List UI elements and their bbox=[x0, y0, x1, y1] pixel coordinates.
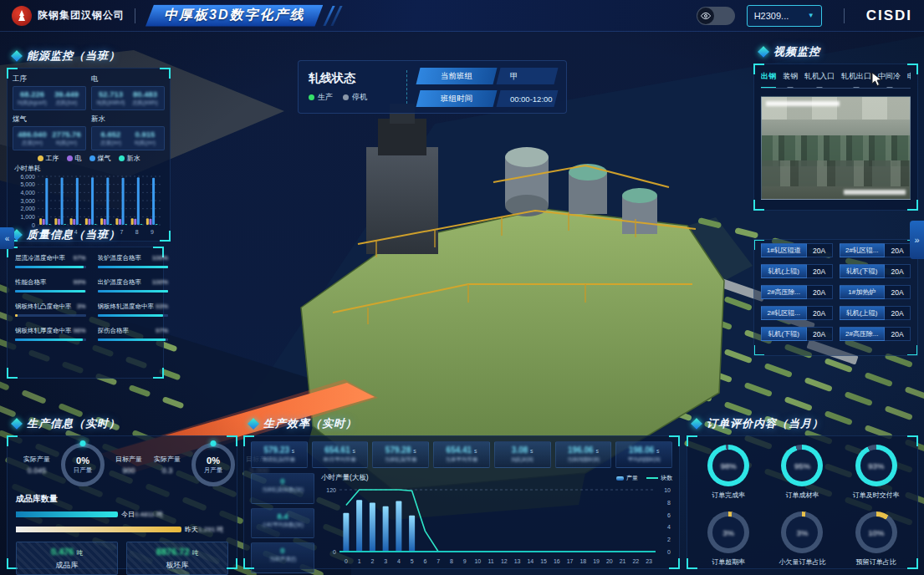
cisdi-logo: CISDI bbox=[866, 8, 912, 24]
warehouse-box[interactable]: 0.476 吨成品库 bbox=[16, 542, 118, 575]
svg-text:6: 6 bbox=[423, 558, 426, 564]
efficiency-stat: 579.28 s当班轧制节奏 bbox=[372, 441, 429, 468]
equipment-name-button[interactable]: 2#轧区辊... bbox=[840, 243, 886, 257]
company-logo-icon bbox=[12, 6, 32, 26]
collapse-tab-left[interactable]: « bbox=[0, 227, 14, 249]
camera-osd-label bbox=[844, 190, 906, 195]
svg-text:4,000: 4,000 bbox=[20, 190, 35, 196]
equipment-name-button[interactable]: 轧机(上辊) bbox=[840, 306, 886, 320]
svg-text:8: 8 bbox=[667, 500, 671, 506]
svg-text:9: 9 bbox=[463, 558, 467, 564]
svg-text:1: 1 bbox=[358, 558, 361, 564]
equipment-item: 轧机(下辊)20A bbox=[840, 264, 911, 278]
gauge-dot bbox=[80, 440, 86, 446]
svg-text:3: 3 bbox=[384, 558, 387, 564]
energy-group-name: 电 bbox=[91, 74, 165, 84]
quality-metric: 探伤合格率97% bbox=[98, 327, 169, 341]
gauge-left-value: 0.3 bbox=[148, 466, 186, 475]
equipment-name-button[interactable]: 2#轧区辊... bbox=[761, 306, 807, 320]
equipment-name-button[interactable]: 轧机(上辊) bbox=[761, 264, 807, 278]
energy-cell: 39.449总耗(tce) bbox=[49, 89, 84, 107]
camera-tab-2[interactable]: 装钢 bbox=[783, 71, 798, 84]
legend-label: 煤气 bbox=[98, 154, 111, 163]
equipment-name-button[interactable]: 1#轧区辊道 bbox=[761, 243, 807, 257]
quality-panel-title: 质量信息（当班） bbox=[27, 227, 120, 242]
camera-tab-6[interactable]: 电动辊 bbox=[907, 71, 911, 84]
energy-legend-item: 煤气 bbox=[89, 154, 111, 163]
page-title-plate: 中厚板3D数字化产线 bbox=[145, 5, 323, 27]
quality-progress-track bbox=[15, 338, 86, 341]
donut-value: 3% bbox=[707, 511, 749, 553]
camera-tab-4[interactable]: 轧机出口 bbox=[841, 71, 871, 84]
quality-metric-label: 钢板终轧凸度命中率 bbox=[15, 303, 72, 311]
donut-label: 订单完成率 bbox=[712, 491, 745, 500]
svg-text:5: 5 bbox=[411, 558, 414, 564]
equipment-current-value: 20A bbox=[807, 306, 833, 320]
equipment-item: 2#高压除...20A bbox=[761, 285, 833, 299]
donut-value: 93% bbox=[855, 445, 897, 486]
quality-progress-fill bbox=[15, 338, 83, 341]
header-divider bbox=[844, 8, 845, 23]
efficiency-panel: 生产效率（实时） 579.23 s昨日轧制节奏654.61 s昨日平均节奏579… bbox=[243, 435, 680, 569]
gauge-ring: 0%月产量 bbox=[191, 443, 235, 486]
donut-ring: 3% bbox=[781, 511, 823, 553]
efficiency-stat: 579.23 s昨日轧制节奏 bbox=[251, 441, 308, 468]
camera-feed[interactable] bbox=[761, 96, 911, 200]
header-divider bbox=[135, 8, 135, 23]
quality-metric-value: 99% bbox=[74, 278, 86, 286]
camera-tab-3[interactable]: 轧机入口 bbox=[804, 71, 835, 84]
camera-tab-1[interactable]: 出钢 bbox=[761, 71, 776, 84]
legend-label: 块数 bbox=[661, 474, 672, 482]
quality-progress-track bbox=[98, 290, 169, 293]
energy-cell: 0.915吨耗(m³) bbox=[128, 130, 162, 147]
efficiency-side-stat: 0当班轧制块数(块) bbox=[251, 473, 314, 504]
top-bar: 陕钢集团汉钢公司 中厚板3D数字化产线 H2309... ▼ CISDI bbox=[0, 0, 924, 32]
quality-metric-label: 探伤合格率 bbox=[98, 327, 130, 335]
camera-osd-timestamp bbox=[766, 101, 840, 106]
energy-panel-title: 能源监控（当班） bbox=[27, 48, 120, 64]
quality-metric: 出炉温度合格率100% bbox=[98, 278, 169, 293]
equipment-name-button[interactable]: 1#加热炉 bbox=[840, 285, 886, 299]
gauge-name: 月产量 bbox=[204, 466, 223, 475]
rolling-line-status-panel: 轧线状态 生产停机 当前班组甲班组时间00:00-12:00 bbox=[298, 60, 567, 114]
energy-group-name: 新水 bbox=[91, 114, 165, 125]
donut-ring: 10% bbox=[855, 511, 897, 553]
svg-text:9: 9 bbox=[151, 229, 154, 235]
line-select-value: H2309... bbox=[754, 11, 789, 21]
camera-tab-5[interactable]: 中间冷 bbox=[878, 71, 901, 84]
equipment-row: 轧机(下辊)20A2#高压除...20A bbox=[761, 327, 911, 341]
visibility-toggle[interactable] bbox=[697, 7, 735, 25]
hourly-chart-label: 小时产量(大板) bbox=[321, 473, 369, 483]
collapse-tab-right[interactable]: » bbox=[910, 221, 924, 259]
equipment-name-button[interactable]: 2#高压除... bbox=[761, 285, 807, 299]
quality-metric: 性能合格率99% bbox=[15, 278, 86, 293]
efficiency-stats: 579.23 s昨日轧制节奏654.61 s昨日平均节奏579.28 s当班轧制… bbox=[251, 441, 672, 468]
equipment-item: 2#轧区辊...20A bbox=[840, 243, 911, 257]
status-legend-label: 停机 bbox=[352, 92, 367, 103]
equipment-name-button[interactable]: 2#高压除... bbox=[840, 327, 886, 341]
energy-cell: 80.483总耗(kWh) bbox=[128, 89, 162, 107]
svg-text:10: 10 bbox=[474, 558, 481, 564]
gauge-left-label: 实际产量 bbox=[18, 455, 56, 464]
status-info-tag: 当前班组 bbox=[416, 68, 498, 84]
quality-metric: 钢板终轧温度命中率93% bbox=[98, 303, 169, 317]
energy-cell: 52.713吨耗(kWh/t) bbox=[94, 89, 128, 107]
order-donut: 10%预留订单占比 bbox=[842, 511, 911, 567]
donut-value: 10% bbox=[855, 511, 897, 553]
line-select-dropdown[interactable]: H2309... ▼ bbox=[747, 5, 822, 27]
quality-progress-track bbox=[15, 314, 86, 317]
svg-text:4: 4 bbox=[397, 558, 401, 564]
order-evaluation-panel: 订单评价内容（当月） 98%订单完成率95%订单成材率93%订单及时交付率3%订… bbox=[687, 435, 918, 569]
svg-text:6: 6 bbox=[667, 512, 671, 518]
order-donut: 3%订单超期率 bbox=[694, 511, 763, 567]
quality-metric-value: 97% bbox=[156, 327, 168, 334]
equipment-name-button[interactable]: 轧机(下辊) bbox=[840, 264, 886, 278]
svg-text:0: 0 bbox=[333, 549, 336, 555]
svg-text:21: 21 bbox=[620, 558, 626, 564]
company-name: 陕钢集团汉钢公司 bbox=[38, 8, 125, 23]
equipment-row: 2#轧区辊...20A轧机(上辊)20A bbox=[761, 306, 911, 320]
warehouse-box[interactable]: 8876.72 吨板坯库 bbox=[126, 542, 228, 575]
equipment-item: 2#高压除...20A bbox=[840, 327, 911, 341]
chevron-down-icon: ▼ bbox=[808, 12, 814, 19]
equipment-name-button[interactable]: 轧机(下辊) bbox=[761, 327, 807, 341]
